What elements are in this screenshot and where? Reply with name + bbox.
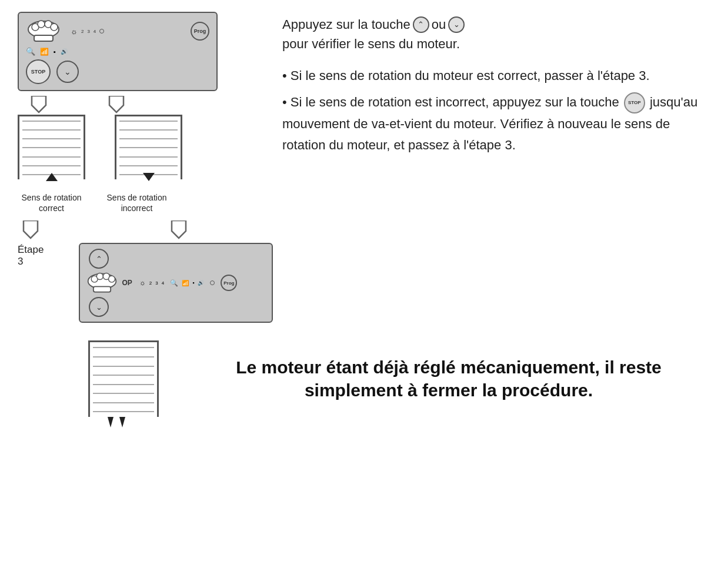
- instruction-line1: Appuyez sur la touche ⌃ ou ⌄: [282, 15, 703, 34]
- chevron-down-button-2[interactable]: ⌄: [89, 297, 109, 317]
- top-section: ☼ 2 3 4 Prog 🔍 📶: [18, 12, 703, 323]
- right-column: Appuyez sur la touche ⌃ ou ⌄ pour vérifi…: [282, 12, 703, 155]
- svg-rect-15: [94, 287, 111, 292]
- panel-middle-row: 🔍 📶 ▪ 🔊: [26, 47, 209, 56]
- instruction-bullet2: • Si le sens de rotation est incorrect, …: [282, 92, 703, 155]
- section-divider: Étape 3 ⌃: [18, 220, 273, 323]
- final-blind-container: [88, 340, 165, 417]
- step-arrow-down: [22, 220, 39, 239]
- panel-bottom-rows: STOP ⌄: [26, 59, 209, 84]
- panel-icons-row: ☼ 2 3 4: [71, 27, 186, 36]
- hand-icon-2: [86, 271, 118, 295]
- dot-3: 3: [87, 29, 89, 34]
- dot-2: 2: [81, 29, 84, 34]
- control-panel-top: ☼ 2 3 4 Prog 🔍 📶: [18, 12, 218, 91]
- blind-frame-incorrect: [115, 115, 182, 179]
- instruction-prefix: Appuyez sur la touche: [282, 15, 410, 34]
- prog-button-2[interactable]: Prog: [221, 275, 237, 291]
- instruction-line1-cont: pour vérifier le sens du moteur.: [282, 34, 703, 54]
- sq-icon-2: ▪: [192, 280, 194, 286]
- sound-icon: 🔊: [61, 48, 68, 55]
- num-4: 4: [162, 280, 164, 286]
- blinds-row-top: [18, 115, 182, 179]
- chevron-up-inline: ⌃: [413, 16, 429, 33]
- down-arrow-left: [29, 96, 48, 113]
- svg-point-19: [109, 276, 115, 282]
- down-arrow-right: [107, 96, 126, 113]
- instruction-bullet1: • Si le sens de rotation du moteur est c…: [282, 65, 703, 86]
- svg-marker-20: [108, 417, 114, 427]
- final-blind: [88, 340, 159, 417]
- svg-marker-21: [119, 417, 125, 427]
- left-flow: Étape 3: [18, 220, 44, 323]
- sun-icon: ☼: [71, 27, 78, 36]
- bottom-section: Le moteur étant déjà réglé mécaniquement…: [18, 340, 703, 417]
- num-3: 3: [155, 280, 158, 286]
- magnifier-icon: 🔍: [26, 47, 35, 56]
- final-blind-arrows: [105, 417, 134, 430]
- chevron-down-inline: ⌄: [448, 16, 465, 33]
- hand-icon: [26, 19, 61, 44]
- sun-icon-2: ☼: [139, 279, 146, 287]
- arrows-row-top: [29, 96, 126, 113]
- bullet1-text: • Si le sens de rotation du moteur est c…: [282, 65, 703, 86]
- chevron-up-button-2[interactable]: ⌃: [89, 249, 109, 269]
- instruction-suffix: pour vérifier le sens du moteur.: [282, 36, 460, 51]
- chevron-down-button-top[interactable]: ⌄: [56, 61, 79, 83]
- left-column: ☼ 2 3 4 Prog 🔍 📶: [18, 12, 265, 323]
- control-panel-2: ⌃: [79, 243, 273, 323]
- square-icon: ▪: [54, 48, 56, 55]
- label-incorrect: Sens de rotation incorrect: [103, 192, 171, 213]
- step-arrow-down-2: [170, 220, 188, 239]
- instruction-ou: ou: [432, 15, 446, 34]
- svg-rect-1: [34, 35, 53, 41]
- etape3-label: Étape 3: [18, 244, 44, 268]
- bullet2-part1: • Si le sens de rotation est incorrect, …: [282, 95, 619, 109]
- signal-icon-2: 📶: [182, 280, 189, 286]
- main-container: ☼ 2 3 4 Prog 🔍 📶: [0, 0, 721, 429]
- prog-button-top[interactable]: Prog: [191, 22, 209, 41]
- panel2-middle-row: OP ☼ 2 3 4 🔍 📶 ▪ 🔊 Prog: [86, 271, 266, 295]
- stop-inline-btn: STOP: [624, 92, 645, 113]
- svg-point-5: [51, 24, 58, 31]
- panel2-top-row: ⌃: [86, 249, 266, 269]
- blind-incorrect: [115, 115, 182, 179]
- panel2-bottom-row: ⌄: [86, 297, 266, 317]
- signal-icon: 📶: [40, 48, 49, 56]
- svg-point-17: [97, 273, 104, 280]
- incorrect-flow: ⌃: [79, 220, 273, 323]
- svg-point-3: [38, 21, 45, 28]
- magnifier-icon-2: 🔍: [170, 279, 178, 287]
- labels-row: Sens de rotation correct Sens de rotatio…: [18, 192, 171, 213]
- stop-button-top[interactable]: STOP: [26, 59, 51, 84]
- dot-4: 4: [94, 29, 96, 34]
- circle-dot-2: [210, 280, 215, 285]
- blind-frame-correct: [18, 115, 85, 179]
- panel-top-row: ☼ 2 3 4 Prog: [26, 19, 209, 44]
- final-text: Le moteur étant déjà réglé mécaniquement…: [194, 356, 703, 402]
- op-label: OP: [122, 279, 132, 287]
- dot-circle: [99, 29, 104, 34]
- label-correct: Sens de rotation correct: [18, 192, 85, 213]
- num-2: 2: [149, 280, 152, 286]
- sound-icon-2: 🔊: [198, 280, 204, 286]
- blind-correct: [18, 115, 85, 179]
